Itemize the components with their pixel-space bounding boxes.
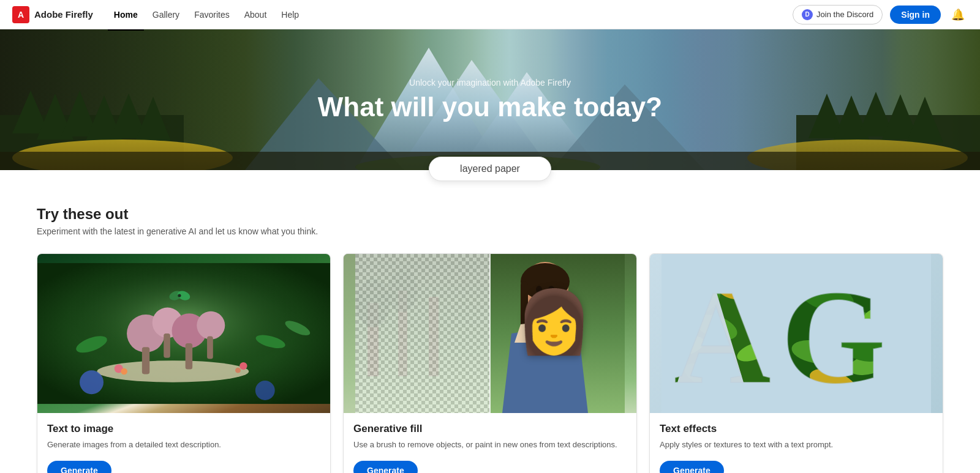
card-text-effects: A G [649,253,943,473]
hero-subtitle: Unlock your imagination with Adobe Firef… [318,78,662,88]
cards-grid: Text to image Generate images from a det… [37,253,943,473]
adobe-logo-icon: A [12,6,29,23]
svg-point-35 [255,381,275,400]
card-1-desc: Generate images from a detailed text des… [47,439,320,451]
svg-rect-59 [521,281,528,330]
card-1-title: Text to image [47,423,320,435]
svg-point-38 [239,362,247,370]
svg-rect-60 [556,281,564,337]
hero-content: Unlock your imagination with Adobe Firef… [318,78,662,122]
hero-title: What will you make today? [318,92,662,122]
card-1-body: Text to image Generate images from a det… [37,413,330,473]
card-1-image [37,254,330,413]
card-1-generate-button[interactable]: Generate [47,461,111,474]
card-2-generate-button[interactable]: Generate [353,461,418,474]
navbar: A Adobe Firefly Home Gallery Favorites A… [0,0,980,29]
discord-icon: D [802,9,813,20]
svg-point-37 [121,368,127,375]
card-3-generate-button[interactable]: Generate [660,461,724,474]
discord-label: Join the Discord [816,10,873,19]
nav-help[interactable]: Help [275,7,305,22]
svg-rect-55 [355,254,490,413]
svg-rect-30 [142,347,149,374]
svg-text:G: G [781,263,886,412]
card-3-title: Text effects [660,423,933,435]
svg-point-45 [178,294,181,297]
svg-rect-31 [164,333,170,358]
svg-point-39 [235,368,241,373]
bell-icon: 🔔 [951,8,965,21]
card-3-image: A G [650,254,943,413]
nav-gallery[interactable]: Gallery [146,7,186,22]
svg-point-29 [197,311,225,340]
card-3-body: Text effects Apply styles or textures to… [650,413,943,473]
nav-home[interactable]: Home [108,7,144,22]
nav-favorites[interactable]: Favorites [188,7,236,22]
nav-about[interactable]: About [238,7,273,22]
card-generative-fill: Generative fill Use a brush to remove ob… [343,253,637,473]
svg-point-34 [80,370,104,394]
nav-right-actions: D Join the Discord Sign in 🔔 [793,5,968,24]
card-2-title: Generative fill [353,423,627,435]
section-title: Try these out [37,206,943,223]
section-subtitle: Experiment with the latest in generative… [37,226,943,236]
svg-rect-32 [186,343,193,369]
card-3-desc: Apply styles or textures to text with a … [660,439,933,451]
card-2-desc: Use a brush to remove objects, or paint … [353,439,627,451]
svg-rect-33 [207,336,213,359]
signin-button[interactable]: Sign in [890,6,941,24]
brand-name: Adobe Firefly [34,9,93,20]
search-input-pill[interactable]: layered paper [429,157,551,181]
card-2-image [344,254,636,413]
svg-point-58 [521,263,570,300]
card-text-to-image: Text to image Generate images from a det… [37,253,331,473]
card-2-body: Generative fill Use a brush to remove ob… [344,413,636,473]
discord-button[interactable]: D Join the Discord [793,5,883,24]
svg-point-62 [548,286,554,293]
brand-logo-link[interactable]: A Adobe Firefly [12,6,93,23]
try-these-out-section: Try these out Experiment with the latest… [0,181,980,473]
search-pill-wrap: layered paper [0,157,980,181]
notifications-button[interactable]: 🔔 [948,5,968,24]
svg-text:A: A [674,263,771,412]
nav-links: Home Gallery Favorites About Help [108,7,793,22]
svg-point-61 [536,286,542,293]
svg-rect-63 [536,312,554,333]
hero-section: Unlock your imagination with Adobe Firef… [0,29,980,170]
